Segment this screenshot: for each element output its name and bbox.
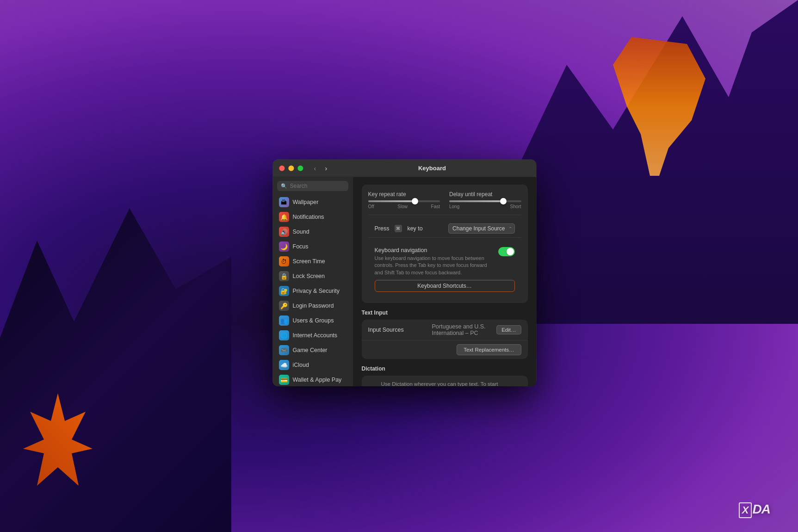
keyboard-nav-toggle[interactable] <box>498 247 515 256</box>
key-repeat-slow-label: Slow <box>398 204 408 209</box>
input-sources-edit-button[interactable]: Edit… <box>497 325 521 334</box>
sidebar-label-screen-time: Screen Time <box>293 258 325 265</box>
input-sources-value: Portuguese and U.S. International – PC <box>432 323 493 336</box>
xda-box: X <box>739 502 752 518</box>
key-repeat-fast-label: Fast <box>431 204 440 209</box>
keyboard-navigation-row: Keyboard navigation Use keyboard navigat… <box>368 242 521 297</box>
key-repeat-rate-group: Key repeat rate Off Slow Fast <box>368 191 440 209</box>
sidebar-item-game-center[interactable]: 🎮 Game Center <box>274 343 351 358</box>
delay-repeat-title: Delay until repeat <box>449 191 521 198</box>
forward-arrow-button[interactable]: › <box>322 163 331 173</box>
minimize-button[interactable] <box>288 165 294 171</box>
press-text: Press <box>375 225 390 232</box>
sidebar-item-screen-time[interactable]: ⏱ Screen Time <box>274 254 351 269</box>
key-repeat-thumb[interactable] <box>412 198 418 204</box>
keyboard-nav-desc: Use keyboard navigation to move focus be… <box>375 255 494 276</box>
sidebar-label-wallet: Wallet & Apple Pay <box>293 377 342 383</box>
delay-repeat-thumb[interactable] <box>500 198 507 204</box>
sound-icon: 🔊 <box>279 227 289 237</box>
titlebar: ‹ › Keyboard <box>272 160 536 177</box>
delay-repeat-fill <box>449 200 503 202</box>
delay-repeat-labels: Long Short <box>449 204 521 209</box>
key-repeat-fill <box>368 200 415 202</box>
search-box[interactable]: 🔍 <box>277 181 348 191</box>
key-repeat-labels: Off Slow Fast <box>368 204 440 209</box>
delay-long-label: Long <box>449 204 459 209</box>
sidebar-label-wallpaper: Wallpaper <box>293 199 319 205</box>
sidebar-label-privacy: Privacy & Security <box>293 288 340 294</box>
press-key-dropdown-value: Change Input Source <box>452 225 505 232</box>
text-replacements-button[interactable]: Text Replacements… <box>457 344 521 355</box>
sidebar-item-users-groups[interactable]: 👥 Users & Groups <box>274 313 351 328</box>
sidebar-item-internet-accounts[interactable]: 🌐 Internet Accounts <box>274 328 351 343</box>
sidebar-item-wallet[interactable]: 💳 Wallet & Apple Pay <box>274 372 351 386</box>
key-repeat-slider[interactable] <box>368 200 440 202</box>
sidebar-label-notifications: Notifications <box>293 214 324 220</box>
loginpassword-icon: 🔑 <box>279 301 289 311</box>
key-repeat-section: Key repeat rate Off Slow Fast D <box>362 185 528 303</box>
gamecenter-icon: 🎮 <box>279 345 289 355</box>
users-icon: 👥 <box>279 315 289 326</box>
press-key-label: Press ⌘ key to <box>375 225 423 232</box>
sidebar-label-users-groups: Users & Groups <box>293 317 334 324</box>
window-nav: ‹ › <box>310 163 331 173</box>
sidebar-item-sound[interactable]: 🔊 Sound <box>274 224 351 239</box>
search-icon: 🔍 <box>281 183 287 189</box>
delay-repeat-slider[interactable] <box>449 200 521 202</box>
screentime-icon: ⏱ <box>279 256 289 266</box>
wallpaper-icon: 🏔 <box>279 197 289 207</box>
keyboard-nav-title: Keyboard navigation <box>375 247 494 254</box>
text-input-section: Input Sources Portuguese and U.S. Intern… <box>362 320 528 359</box>
dictation-toggle-row: 🎤 Use Dictation wherever you can type te… <box>362 376 528 386</box>
maximize-button[interactable] <box>297 165 303 171</box>
dictation-description: Use Dictation wherever you can type text… <box>381 380 501 386</box>
delay-repeat-group: Delay until repeat Long Short <box>449 191 521 209</box>
sidebar-label-login-password: Login Password <box>293 303 334 309</box>
microphone-icon: 🎤 <box>368 386 377 386</box>
toggle-info: Keyboard navigation Use keyboard navigat… <box>375 247 494 276</box>
search-input[interactable] <box>290 183 345 189</box>
input-sources-row: Input Sources Portuguese and U.S. Intern… <box>362 320 528 340</box>
keyboard-shortcuts-button[interactable]: Keyboard Shortcuts… <box>375 280 515 292</box>
key-repeat-off-label: Off <box>368 204 374 209</box>
privacy-icon: 🔐 <box>279 286 289 296</box>
main-content: Key repeat rate Off Slow Fast D <box>353 177 536 386</box>
xda-watermark: XDA <box>739 502 770 518</box>
text-input-title: Text Input <box>362 309 528 316</box>
wallet-icon: 💳 <box>279 375 289 385</box>
press-key-row: Press ⌘ key to Change Input Source <box>368 220 521 237</box>
close-button[interactable] <box>279 165 285 171</box>
sidebar-label-game-center: Game Center <box>293 347 328 353</box>
key-repeat-title: Key repeat rate <box>368 191 440 198</box>
sidebar-label-internet-accounts: Internet Accounts <box>293 332 338 339</box>
icloud-icon: ☁️ <box>279 360 289 370</box>
delay-short-label: Short <box>510 204 521 209</box>
sidebar-label-lock-screen: Lock Screen <box>293 273 325 279</box>
dictation-section: 🎤 Use Dictation wherever you can type te… <box>362 376 528 386</box>
input-sources-label: Input Sources <box>368 327 428 333</box>
press-key-dropdown[interactable]: Change Input Source <box>448 223 514 234</box>
fn-key-icon: ⌘ <box>395 225 402 232</box>
focus-icon: 🌙 <box>279 241 289 252</box>
key-to-text: key to <box>408 225 423 232</box>
system-preferences-window: ‹ › Keyboard 🔍 🏔 Wallpaper 🔔 Notificatio… <box>272 160 536 386</box>
window-title: Keyboard <box>334 165 530 172</box>
sidebar-label-sound: Sound <box>293 229 309 235</box>
sidebar-item-privacy[interactable]: 🔐 Privacy & Security <box>274 284 351 298</box>
text-replacements-row: Text Replacements… <box>362 340 528 359</box>
back-arrow-button[interactable]: ‹ <box>310 163 320 173</box>
sliders-grid: Key repeat rate Off Slow Fast D <box>368 191 521 209</box>
sidebar-item-icloud[interactable]: ☁️ iCloud <box>274 358 351 372</box>
sidebar-item-focus[interactable]: 🌙 Focus <box>274 239 351 254</box>
notifications-icon: 🔔 <box>279 212 289 222</box>
sidebar-item-notifications[interactable]: 🔔 Notifications <box>274 210 351 224</box>
sidebar-item-lock-screen[interactable]: 🔒 Lock Screen <box>274 269 351 284</box>
sidebar-label-focus: Focus <box>293 243 309 250</box>
dictation-title: Dictation <box>362 365 528 372</box>
internet-icon: 🌐 <box>279 330 289 340</box>
sidebar-item-login-password[interactable]: 🔑 Login Password <box>274 298 351 313</box>
window-body: 🔍 🏔 Wallpaper 🔔 Notifications 🔊 Sound 🌙 … <box>272 177 536 386</box>
sidebar: 🔍 🏔 Wallpaper 🔔 Notifications 🔊 Sound 🌙 … <box>272 177 353 386</box>
lockscreen-icon: 🔒 <box>279 271 289 281</box>
sidebar-item-wallpaper[interactable]: 🏔 Wallpaper <box>274 195 351 210</box>
